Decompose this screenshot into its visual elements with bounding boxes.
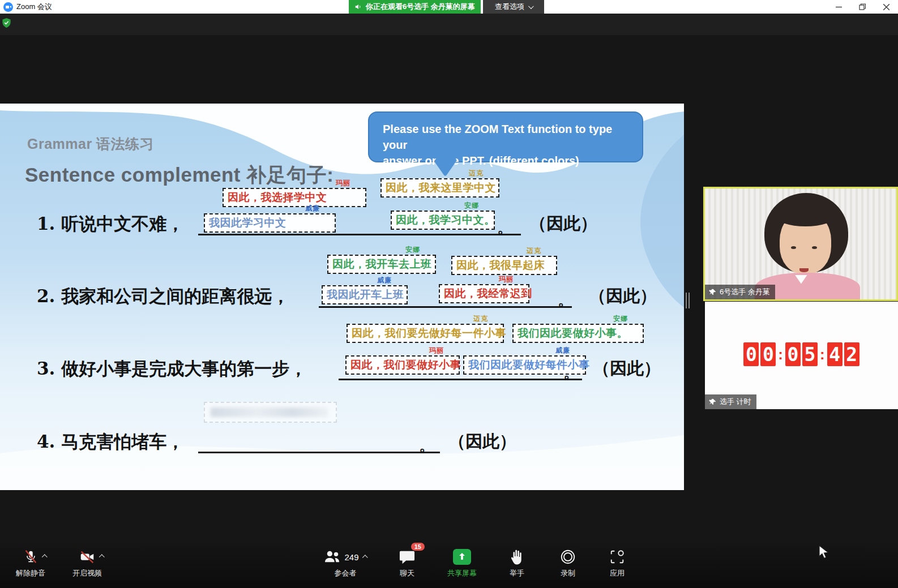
pin-icon: [709, 398, 716, 406]
answer-text: 因此，我选择学中文: [228, 190, 327, 205]
chat-button[interactable]: 15 聊天: [380, 547, 434, 582]
share-screen-button[interactable]: 共享屏幕: [434, 547, 490, 582]
record-button[interactable]: 录制: [542, 547, 593, 582]
shared-screen-slide: Grammar 语法练习 Sentence complement 补足句子: P…: [0, 104, 684, 490]
answer-box: 安娜因此，我学习中文。: [391, 211, 495, 230]
answer-box: 玛丽因此，我们要做好小事: [345, 355, 460, 375]
answer-box: 安娜因此，我开车去上班: [327, 255, 436, 274]
unmute-label: 解除静音: [16, 568, 45, 578]
chat-label: 聊天: [400, 568, 414, 578]
share-screen-icon: [453, 549, 471, 565]
zoom-logo-icon: [3, 2, 13, 12]
apps-icon: [609, 549, 625, 565]
timer-digit: 4: [827, 342, 843, 366]
timer-digit: 2: [844, 342, 859, 366]
minimize-button[interactable]: [827, 0, 850, 14]
student-name-label: 安娜: [464, 201, 479, 211]
participants-chevron[interactable]: [362, 555, 367, 560]
panel-resize-handle[interactable]: [686, 293, 691, 308]
answer-box: 威廉我们因此要做好每件小事: [463, 355, 586, 375]
answer-box: 迈克因此，我们要先做好每一件小事: [347, 324, 504, 343]
timer-digit: 5: [802, 342, 818, 366]
typed-answers-layer: 玛丽因此，我选择学中文迈克因此，我来这里学中文威廉我因此学习中文安娜因此，我学习…: [0, 104, 684, 490]
camera-off-icon: [78, 548, 96, 565]
share-screen-label: 共享屏幕: [447, 568, 477, 578]
watching-banner: 你正在观看6号选手 余丹菓的屏幕: [349, 0, 481, 14]
restore-button[interactable]: [850, 0, 874, 14]
chevron-down-icon: [528, 3, 534, 9]
answer-text: 因此，我们要先做好每一件小事: [352, 326, 506, 341]
timer-digit: 0: [743, 342, 759, 366]
student-name-label: 玛丽: [429, 346, 444, 355]
chat-bubble-icon: [399, 549, 416, 565]
timer-video-tile[interactable]: 00:05:42 选手 计时: [705, 302, 898, 409]
apps-button[interactable]: 应用: [592, 547, 642, 582]
watching-banner-text: 你正在观看6号选手 余丹菓的屏幕: [366, 2, 475, 12]
student-name-label: 安娜: [613, 314, 628, 324]
muted-mic-icon: [22, 548, 39, 565]
raise-hand-label: 举手: [510, 568, 524, 578]
answer-text: 我因此开车上班: [327, 287, 404, 302]
timer-digit: 0: [760, 342, 776, 366]
timer-name-label: 选手 计时: [720, 397, 751, 407]
student-name-label: 迈克: [469, 169, 484, 178]
answer-box: 安娜我们因此要做好小事。: [512, 324, 644, 343]
apps-label: 应用: [610, 568, 625, 578]
zoom-meeting-window: Zoom 会议 你正在观看6号选手 余丹菓的屏幕 查看选项 录制中 视图: [0, 0, 898, 588]
student-name-label: 安娜: [405, 245, 420, 255]
answer-box: 迈克因此，我很早起床: [451, 256, 557, 275]
app-identity: Zoom 会议: [3, 2, 52, 12]
answer-box: 迈克因此，我来这里学中文: [380, 178, 499, 198]
raise-hand-icon: [510, 548, 524, 565]
answer-box: 威廉我因此开车上班: [322, 285, 408, 304]
speaker-icon: [354, 3, 362, 11]
student-name-label: 威廉: [377, 276, 392, 285]
raise-hand-button[interactable]: 举手: [491, 547, 542, 582]
pin-icon: [709, 289, 716, 296]
answer-box: 玛丽因此，我经常迟到: [439, 284, 529, 303]
student-name-label: 威廉: [305, 204, 320, 213]
participant-video-tile[interactable]: 6号选手 余丹菓: [703, 187, 898, 301]
window-controls: [827, 0, 898, 14]
close-button[interactable]: [874, 0, 898, 14]
answer-text: 我们因此要做好小事。: [518, 326, 628, 341]
start-video-label: 开启视频: [72, 568, 102, 578]
mic-options-chevron[interactable]: [42, 554, 48, 560]
app-title: Zoom 会议: [16, 2, 52, 12]
student-name-label: 迈克: [473, 314, 488, 324]
answer-text: 因此，我开车去上班: [332, 257, 432, 272]
title-bar: Zoom 会议 你正在观看6号选手 余丹菓的屏幕 查看选项: [0, 0, 898, 14]
student-name-label: 威廉: [555, 346, 570, 355]
record-label: 录制: [561, 568, 575, 578]
meeting-status-bar: [0, 14, 898, 35]
unmute-button[interactable]: 解除静音: [3, 547, 58, 582]
timer-colon: :: [778, 346, 783, 363]
participants-button[interactable]: 249 参会者: [317, 547, 374, 582]
start-video-button[interactable]: 开启视频: [59, 547, 116, 582]
answer-text: 我们因此要做好每件小事: [468, 358, 590, 372]
student-name-label: 玛丽: [336, 178, 350, 188]
answer-text: 因此，我经常迟到: [444, 286, 532, 301]
record-icon: [559, 548, 576, 565]
view-options-button[interactable]: 查看选项: [483, 0, 544, 14]
answer-box: 玛丽因此，我选择学中文: [223, 188, 366, 207]
participant-fringe: [776, 206, 835, 226]
timer-colon: :: [820, 346, 825, 363]
video-name-label: 6号选手 余丹菓: [720, 287, 770, 297]
video-options-chevron[interactable]: [99, 554, 105, 560]
countdown-timer: 00:05:42: [705, 342, 898, 366]
student-name-label: 迈克: [527, 246, 541, 256]
participants-icon: [323, 550, 341, 564]
participant-eye: [791, 246, 796, 249]
security-shield-icon[interactable]: [2, 18, 11, 31]
mouse-cursor: [818, 545, 832, 560]
answer-text: 我因此学习中文: [209, 216, 286, 230]
timer-digit: 0: [785, 342, 801, 366]
answer-text: 因此，我们要做好小事: [350, 358, 461, 372]
answer-text: 因此，我学习中文。: [396, 213, 495, 228]
answer-box: 威廉我因此学习中文: [204, 213, 336, 233]
answer-text: 因此，我来这里学中文: [386, 181, 496, 195]
participants-count: 249: [344, 552, 358, 562]
chat-unread-badge: 15: [411, 543, 425, 551]
view-options-label: 查看选项: [495, 2, 524, 12]
